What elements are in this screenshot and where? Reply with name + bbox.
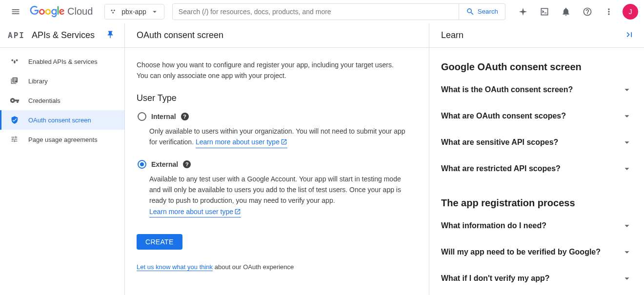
svg-point-1 bbox=[114, 9, 115, 11]
sidebar-item-oauth-consent[interactable]: OAuth consent screen bbox=[0, 110, 124, 130]
internal-description: Only available to users within your orga… bbox=[149, 126, 406, 148]
learn-more-external-link[interactable]: Learn more about user type bbox=[149, 206, 241, 217]
external-link-icon bbox=[234, 208, 241, 215]
external-link-icon bbox=[281, 138, 287, 145]
radio-internal-label: Internal bbox=[151, 113, 176, 120]
accordion-q3[interactable]: What are sensitive API scopes? bbox=[441, 129, 632, 156]
help-icon[interactable] bbox=[578, 2, 597, 21]
chevron-down-icon bbox=[622, 137, 632, 148]
sidebar-item-label: Page usage agreements bbox=[28, 136, 98, 143]
sidebar-item-page-usage[interactable]: Page usage agreements bbox=[0, 130, 124, 149]
svg-point-0 bbox=[111, 9, 113, 11]
avatar[interactable]: J bbox=[623, 4, 638, 20]
external-description: Available to any test user with a Google… bbox=[149, 174, 406, 218]
learn-section-1: Google OAuth consent screen bbox=[441, 61, 632, 73]
accordion-q1[interactable]: What is the OAuth consent screen? bbox=[441, 77, 632, 103]
radio-external[interactable] bbox=[138, 160, 146, 169]
search-icon bbox=[466, 7, 475, 16]
feedback-link[interactable]: Let us know what you think bbox=[137, 263, 213, 271]
sidebar-item-library[interactable]: Library bbox=[0, 71, 124, 91]
chevron-down-icon bbox=[622, 163, 632, 174]
gemini-icon[interactable] bbox=[513, 2, 533, 21]
sidebar-item-label: Enabled APIs & services bbox=[28, 58, 98, 65]
chevron-down-icon bbox=[622, 111, 632, 121]
main-content: OAuth consent screen Choose how you want… bbox=[125, 23, 429, 295]
create-button[interactable]: CREATE bbox=[137, 234, 182, 250]
logo-cloud-text: Cloud bbox=[67, 6, 93, 17]
svg-point-2 bbox=[112, 12, 114, 13]
accordion-q7[interactable]: What if I don't verify my app? bbox=[441, 265, 632, 292]
project-icon bbox=[110, 8, 118, 16]
accordion-q4[interactable]: What are restricted API scopes? bbox=[441, 156, 632, 182]
menu-icon[interactable] bbox=[6, 2, 25, 21]
sidebar-title: APIs & Services bbox=[32, 30, 95, 40]
sidebar-item-label: Library bbox=[28, 78, 48, 85]
help-external-icon[interactable]: ? bbox=[183, 160, 191, 168]
google-cloud-logo[interactable]: Cloud bbox=[29, 6, 93, 18]
sidebar-item-label: OAuth consent screen bbox=[28, 117, 91, 124]
learn-panel: Learn Google OAuth consent screen What i… bbox=[429, 23, 644, 295]
dropdown-icon bbox=[150, 7, 159, 16]
learn-more-internal-link[interactable]: Learn more about user type bbox=[196, 137, 287, 148]
sidebar-item-credentials[interactable]: Credentials bbox=[0, 91, 124, 110]
learn-section-2: The app registration process bbox=[441, 197, 632, 209]
project-picker[interactable]: pbx-app bbox=[104, 4, 164, 20]
more-icon[interactable] bbox=[599, 2, 619, 21]
radio-external-label: External bbox=[151, 160, 178, 168]
api-badge: API bbox=[8, 31, 25, 40]
top-header: Cloud pbx-app Search J bbox=[0, 0, 644, 23]
sidebar-item-label: Credentials bbox=[28, 97, 60, 104]
page-title: OAuth consent screen bbox=[125, 23, 429, 48]
notifications-icon[interactable] bbox=[556, 2, 576, 21]
user-type-heading: User Type bbox=[137, 93, 406, 103]
collapse-panel-icon[interactable] bbox=[624, 30, 634, 41]
chevron-down-icon bbox=[622, 247, 632, 257]
radio-internal[interactable] bbox=[138, 112, 146, 121]
accordion-q5[interactable]: What information do I need? bbox=[441, 213, 632, 239]
chevron-down-icon bbox=[622, 273, 632, 284]
oauth-consent-icon bbox=[10, 115, 20, 125]
enabled-apis-icon bbox=[10, 57, 20, 66]
accordion-q2[interactable]: What are OAuth consent scopes? bbox=[441, 103, 632, 129]
search-button[interactable]: Search bbox=[459, 3, 505, 20]
project-name: pbx-app bbox=[121, 8, 146, 16]
page-usage-icon bbox=[10, 135, 20, 144]
chevron-down-icon bbox=[622, 220, 632, 231]
learn-title: Learn bbox=[441, 30, 463, 40]
accordion-q6[interactable]: Will my app need to be verified by Googl… bbox=[441, 239, 632, 265]
feedback-line: Let us know what you think about our OAu… bbox=[137, 263, 406, 271]
sidebar: API APIs & Services Enabled APIs & servi… bbox=[0, 23, 125, 295]
search-input[interactable] bbox=[172, 3, 459, 20]
cloud-shell-icon[interactable] bbox=[535, 2, 554, 21]
intro-text: Choose how you want to configure and reg… bbox=[137, 59, 406, 81]
credentials-icon bbox=[10, 96, 20, 105]
library-icon bbox=[10, 76, 20, 86]
sidebar-item-enabled-apis[interactable]: Enabled APIs & services bbox=[0, 52, 124, 71]
help-internal-icon[interactable]: ? bbox=[181, 113, 189, 120]
pin-icon[interactable] bbox=[106, 30, 115, 40]
chevron-down-icon bbox=[622, 84, 632, 95]
